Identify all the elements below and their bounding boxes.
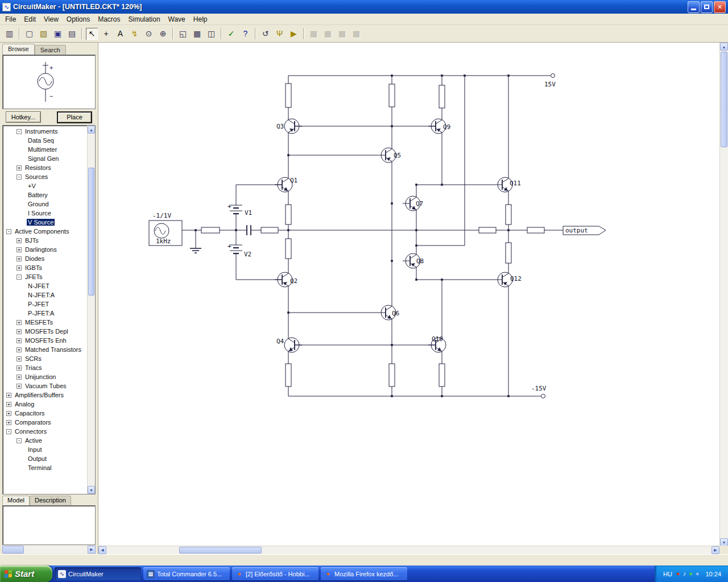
output-connector[interactable]: output [563, 226, 606, 235]
tree-item-label[interactable]: I Source [27, 210, 52, 217]
tree-item-label[interactable]: MOSFETs Enh [24, 337, 68, 344]
collapse-icon[interactable]: - [6, 229, 11, 234]
tree-item-label[interactable]: Active [24, 437, 43, 444]
tree-item-label[interactable]: JFETs [24, 273, 44, 280]
transistor-q5[interactable]: Q5 [378, 140, 401, 170]
tree-item-label[interactable]: Comparators [14, 419, 52, 426]
tree-item-label[interactable]: Active Components [14, 228, 70, 235]
tree-item-label[interactable]: Data Seq [27, 137, 55, 144]
canvas-scroll-left-icon[interactable]: ◀ [98, 546, 106, 554]
close-button[interactable]: ✕ [714, 1, 726, 13]
tree-item-output[interactable]: Output [3, 454, 87, 463]
tree-item-connectors[interactable]: -Connectors [3, 427, 87, 436]
tree-item-label[interactable]: Vacuum Tubes [24, 383, 68, 389]
probe-tool-icon[interactable]: ⊙ [142, 27, 155, 40]
transistor-q7[interactable]: Q7 [403, 189, 423, 218]
expand-icon[interactable]: + [16, 338, 22, 343]
transistor-q11[interactable]: Q11 [495, 170, 521, 199]
canvas-hscrollbar[interactable]: ◀ ▶ [98, 546, 719, 554]
tray-icon-network[interactable]: ● [689, 571, 693, 577]
tree-item-label[interactable]: Terminal [27, 464, 53, 471]
tree-scroll-up-icon[interactable]: ▲ [88, 126, 95, 134]
tree-item-label[interactable]: Unijunction [24, 373, 57, 380]
tree-item-v[interactable]: +V [3, 181, 87, 190]
tree-item-darlingtons[interactable]: +Darlingtons [3, 245, 87, 254]
menu-item-wave[interactable]: Wave [164, 14, 189, 24]
tree-item-mosfets-enh[interactable]: +MOSFETs Enh [3, 336, 87, 345]
tree-item-amplifiers-buffers[interactable]: +Amplifiers/Buffers [3, 390, 87, 400]
tree-item-signal-gen[interactable]: Signal Gen [3, 154, 87, 163]
expand-icon[interactable]: + [16, 356, 22, 361]
language-indicator[interactable]: HU [663, 571, 672, 577]
tree-item-n-jfet[interactable]: N-JFET [3, 281, 87, 290]
tree-item-active-components[interactable]: -Active Components [3, 227, 87, 236]
canvas-vscroll-thumb[interactable] [721, 52, 727, 147]
tree-item-scrs[interactable]: +SCRs [3, 354, 87, 363]
zoom-select-icon[interactable]: ◱ [176, 27, 189, 40]
transistor-q6[interactable]: Q6 [378, 298, 399, 327]
tree-item-label[interactable]: P-JFET [27, 301, 50, 307]
tree-item-label[interactable]: Diodes [24, 255, 46, 262]
tree-item-label[interactable]: N-JFET [27, 282, 51, 289]
capacitor[interactable] [247, 225, 251, 235]
tree-item-label[interactable]: BJTs [24, 237, 40, 244]
expand-icon[interactable]: + [16, 329, 22, 334]
analyses-setup-icon[interactable]: Ψ [273, 27, 286, 40]
tab-model[interactable]: Model [2, 496, 30, 505]
tree-item-unijunction[interactable]: +Unijunction [3, 372, 87, 381]
power-terminals[interactable] [541, 74, 555, 398]
tree-scrollbar[interactable]: ▲ ▼ [87, 126, 95, 494]
canvas-scroll-right-icon[interactable]: ▶ [712, 546, 719, 554]
tree-item-igbts[interactable]: +IGBTs [3, 263, 87, 272]
transistor-q1[interactable]: Q1 [275, 170, 297, 199]
transistor-q4[interactable]: Q4 [276, 330, 302, 360]
save-file-icon[interactable]: ▣ [51, 27, 64, 40]
expand-icon[interactable]: + [6, 402, 11, 407]
menu-item-simulation[interactable]: Simulation [125, 14, 164, 24]
tree-item-multimeter[interactable]: Multimeter [3, 145, 87, 154]
expand-icon[interactable]: + [16, 384, 22, 389]
tree-item-data-seq[interactable]: Data Seq [3, 136, 87, 145]
tree-item-label[interactable]: Darlingtons [24, 246, 58, 253]
tab-search[interactable]: Search [35, 45, 66, 55]
tree-item-label[interactable]: Matched Transistors [24, 346, 82, 353]
schematic-canvas[interactable]: Q1Q2Q3Q4Q5Q6Q7Q8Q9Q10Q11Q12output15V-15V… [98, 43, 728, 554]
schematic-drawing[interactable]: Q1Q2Q3Q4Q5Q6Q7Q8Q9Q10Q11Q12output15V-15V… [98, 43, 719, 545]
tree-item-label[interactable]: MESFETs [24, 319, 54, 326]
canvas-vscrollbar[interactable]: ▲ ▼ [719, 43, 728, 546]
expand-icon[interactable]: + [16, 375, 22, 380]
wires[interactable] [182, 76, 563, 396]
wire-tool-icon[interactable]: + [100, 27, 113, 40]
left-panel-hscroll-arrow[interactable]: ▶ [88, 546, 96, 554]
tree-item-input[interactable]: Input [3, 445, 87, 454]
restore-button[interactable] [701, 1, 713, 13]
taskbar-task-mozilla-firefox-kezd[interactable]: ●Mozilla Firefox kezdő... [321, 567, 407, 580]
expand-icon[interactable]: + [6, 420, 11, 425]
tree-item-label[interactable]: Multimeter [27, 146, 58, 153]
canvas-scroll-down-icon[interactable]: ▼ [720, 538, 728, 546]
ground-symbol[interactable] [190, 248, 201, 253]
start-button[interactable]: Start [0, 566, 52, 582]
tree-item-label[interactable]: Output [27, 455, 48, 462]
transistor-q3[interactable]: Q3 [276, 111, 302, 141]
tree-item-label[interactable]: V Source [27, 219, 55, 226]
menu-item-options[interactable]: Options [63, 14, 94, 24]
menu-item-view[interactable]: View [40, 14, 63, 24]
tab-browse[interactable]: Browse [2, 44, 35, 55]
canvas-scroll-up-icon[interactable]: ▲ [720, 43, 728, 51]
tree-item-diodes[interactable]: +Diodes [3, 254, 87, 263]
zoom-tool-icon[interactable]: ⊕ [156, 27, 169, 40]
transistor-q9[interactable]: Q9 [428, 111, 450, 141]
tree-item-ground[interactable]: Ground [3, 199, 87, 209]
tree-item-analog[interactable]: +Analog [3, 400, 87, 409]
tree-item-resistors[interactable]: +Resistors [3, 163, 87, 172]
component-browser-icon[interactable]: ▥ [3, 27, 16, 40]
tree-item-p-jfet[interactable]: P-JFET [3, 300, 87, 309]
expand-icon[interactable]: + [16, 256, 22, 261]
tree-item-label[interactable]: Ground [27, 201, 50, 207]
tree-item-p-jfet-a[interactable]: P-JFET:A [3, 309, 87, 318]
canvas-hscroll-thumb[interactable] [179, 547, 262, 554]
expand-icon[interactable]: + [16, 265, 22, 271]
tree-item-i-source[interactable]: I Source [3, 209, 87, 218]
left-panel-hscroll-thumb[interactable] [2, 546, 24, 554]
